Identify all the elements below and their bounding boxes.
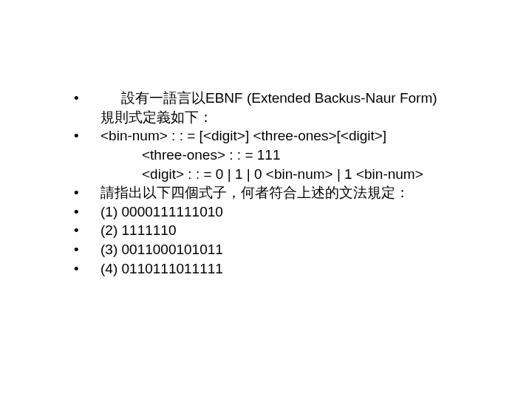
list-item: (3) 0011000101011 bbox=[74, 240, 488, 259]
list-item: 請指出以下四個式子，何者符合上述的文法規定： bbox=[74, 183, 488, 202]
grammar-line: <bin-num> : : = [<digit>] <three-ones>[<… bbox=[100, 126, 488, 146]
list-item: 設有一語言以EBNF (Extended Backus-Naur Form) 規… bbox=[74, 89, 488, 126]
text-line: (2) 1111110 bbox=[100, 221, 488, 240]
text-line: 設有一語言以EBNF (Extended Backus-Naur Form) bbox=[100, 89, 488, 108]
text-line: (1) 0000111111010 bbox=[100, 202, 488, 222]
text-line: 請指出以下四個式子，何者符合上述的文法規定： bbox=[100, 183, 488, 202]
bullet-list: 設有一語言以EBNF (Extended Backus-Naur Form) 規… bbox=[74, 89, 488, 278]
text-line: (4) 0110111011111 bbox=[100, 259, 488, 279]
list-item: (2) 1111110 bbox=[74, 221, 488, 240]
list-item: <bin-num> : : = [<digit>] <three-ones>[<… bbox=[74, 126, 488, 183]
text-line: (3) 0011000101011 bbox=[100, 240, 488, 259]
grammar-line: <three-ones> : : = 111 bbox=[100, 146, 488, 165]
list-item: (1) 0000111111010 bbox=[74, 202, 488, 222]
list-item: (4) 0110111011111 bbox=[74, 259, 488, 279]
grammar-line: <digit> : : = 0 | 1 | 0 <bin-num> | 1 <b… bbox=[100, 165, 488, 184]
slide: 設有一語言以EBNF (Extended Backus-Naur Form) 規… bbox=[0, 0, 532, 399]
text-line: 規則式定義如下： bbox=[100, 108, 488, 127]
